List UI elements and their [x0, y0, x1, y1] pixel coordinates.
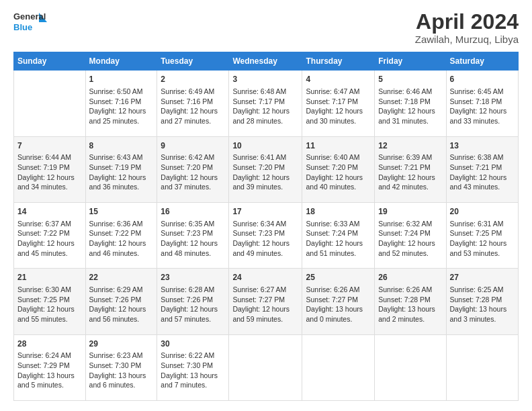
cell-line: Sunset: 7:22 PM	[89, 228, 154, 238]
day-number: 3	[232, 74, 298, 85]
cell-line: Sunset: 7:23 PM	[161, 228, 225, 238]
cell-line: Sunset: 7:26 PM	[161, 295, 225, 305]
cell-line: Daylight: 12 hours	[17, 304, 82, 314]
cell-line: and 40 minutes.	[306, 182, 371, 192]
cell-line: Daylight: 13 hours	[161, 371, 225, 381]
svg-text:General: General	[13, 11, 46, 21]
day-number: 4	[306, 74, 371, 85]
cell-line: Daylight: 13 hours	[450, 304, 515, 314]
table-cell: 8Sunrise: 6:43 AMSunset: 7:19 PMDaylight…	[85, 136, 157, 202]
cell-line: Daylight: 12 hours	[378, 238, 442, 248]
table-cell: 22Sunrise: 6:29 AMSunset: 7:26 PMDayligh…	[85, 269, 157, 334]
table-cell: 12Sunrise: 6:39 AMSunset: 7:21 PMDayligh…	[375, 136, 446, 202]
cell-line: and 31 minutes.	[378, 116, 442, 126]
day-number: 5	[378, 74, 442, 85]
cell-line: Daylight: 12 hours	[232, 238, 298, 248]
cell-line: Daylight: 13 hours	[17, 371, 82, 381]
table-cell	[14, 71, 86, 136]
table-cell	[446, 334, 519, 400]
cell-line: Sunrise: 6:22 AM	[161, 351, 225, 361]
logo-svg: GeneralBlue	[13, 10, 47, 34]
table-cell: 9Sunrise: 6:42 AMSunset: 7:20 PMDaylight…	[157, 136, 229, 202]
cell-line: Daylight: 12 hours	[232, 173, 298, 183]
cell-line: Sunrise: 6:37 AM	[17, 219, 82, 229]
cell-line: Sunset: 7:30 PM	[89, 361, 154, 371]
table-cell: 6Sunrise: 6:45 AMSunset: 7:18 PMDaylight…	[446, 71, 519, 136]
table-cell	[302, 334, 375, 400]
cell-line: Sunrise: 6:50 AM	[89, 87, 154, 97]
cell-line: Sunrise: 6:25 AM	[450, 285, 515, 295]
cell-line: and 57 minutes.	[161, 314, 225, 324]
page: GeneralBlue April 2024 Zawilah, Murzuq, …	[0, 0, 532, 411]
day-number: 2	[161, 74, 225, 85]
cell-line: Sunset: 7:27 PM	[306, 295, 371, 305]
cell-line: Daylight: 12 hours	[161, 304, 225, 314]
cell-line: and 46 minutes.	[89, 248, 154, 259]
subtitle: Zawilah, Murzuq, Libya	[415, 34, 519, 45]
table-row: 1Sunrise: 6:50 AMSunset: 7:16 PMDaylight…	[14, 71, 519, 136]
table-cell: 19Sunrise: 6:32 AMSunset: 7:24 PMDayligh…	[375, 202, 446, 268]
table-cell	[375, 334, 446, 400]
cell-line: and 48 minutes.	[161, 248, 225, 259]
day-number: 15	[89, 206, 154, 218]
cell-line: Sunset: 7:17 PM	[306, 97, 371, 107]
table-cell: 10Sunrise: 6:41 AMSunset: 7:20 PMDayligh…	[229, 136, 302, 202]
cell-line: and 55 minutes.	[17, 314, 82, 324]
table-cell: 29Sunrise: 6:23 AMSunset: 7:30 PMDayligh…	[85, 334, 157, 400]
table-header: SundayMondayTuesdayWednesdayThursdayFrid…	[14, 52, 519, 71]
cell-line: Sunrise: 6:47 AM	[306, 87, 371, 97]
cell-line: and 51 minutes.	[306, 248, 371, 259]
table-cell: 14Sunrise: 6:37 AMSunset: 7:22 PMDayligh…	[14, 202, 86, 268]
day-number: 23	[161, 272, 225, 283]
cell-line: Sunrise: 6:24 AM	[17, 351, 82, 361]
day-number: 14	[17, 206, 82, 218]
day-number: 24	[232, 272, 298, 283]
day-number: 29	[89, 338, 154, 350]
cell-line: and 34 minutes.	[17, 182, 82, 192]
table-row: 28Sunrise: 6:24 AMSunset: 7:29 PMDayligh…	[14, 334, 519, 400]
day-number: 18	[306, 206, 371, 218]
cell-line: and 37 minutes.	[161, 182, 225, 192]
day-number: 6	[450, 74, 515, 85]
day-number: 12	[378, 140, 442, 152]
table-cell: 28Sunrise: 6:24 AMSunset: 7:29 PMDayligh…	[14, 334, 86, 400]
cell-line: Sunset: 7:18 PM	[450, 97, 515, 107]
cell-line: Sunrise: 6:38 AM	[450, 152, 515, 163]
cell-line: Daylight: 12 hours	[450, 173, 515, 183]
cell-line: Sunset: 7:17 PM	[232, 97, 298, 107]
day-number: 16	[161, 206, 225, 218]
day-number: 9	[161, 140, 225, 152]
cell-line: Daylight: 12 hours	[232, 106, 298, 116]
cell-line: and 33 minutes.	[450, 116, 515, 126]
cell-line: Daylight: 13 hours	[89, 371, 154, 381]
table-cell: 18Sunrise: 6:33 AMSunset: 7:24 PMDayligh…	[302, 202, 375, 268]
header-cell: Tuesday	[157, 52, 229, 71]
day-number: 27	[450, 272, 515, 283]
cell-line: Sunset: 7:18 PM	[378, 97, 442, 107]
table-cell: 4Sunrise: 6:47 AMSunset: 7:17 PMDaylight…	[302, 71, 375, 136]
table-cell: 13Sunrise: 6:38 AMSunset: 7:21 PMDayligh…	[446, 136, 519, 202]
cell-line: Sunset: 7:26 PM	[89, 295, 154, 305]
cell-line: Daylight: 12 hours	[161, 238, 225, 248]
table-cell: 5Sunrise: 6:46 AMSunset: 7:18 PMDaylight…	[375, 71, 446, 136]
day-number: 8	[89, 140, 154, 152]
cell-line: Daylight: 12 hours	[89, 238, 154, 248]
cell-line: Daylight: 12 hours	[378, 173, 442, 183]
cell-line: Sunrise: 6:31 AM	[450, 219, 515, 229]
table-row: 21Sunrise: 6:30 AMSunset: 7:25 PMDayligh…	[14, 269, 519, 334]
cell-line: Sunrise: 6:43 AM	[89, 152, 154, 163]
cell-line: and 59 minutes.	[232, 314, 298, 324]
cell-line: Daylight: 12 hours	[306, 173, 371, 183]
cell-line: Sunrise: 6:27 AM	[232, 285, 298, 295]
table-cell	[229, 334, 302, 400]
header-cell: Sunday	[14, 52, 86, 71]
cell-line: Daylight: 12 hours	[89, 304, 154, 314]
cell-line: Sunset: 7:28 PM	[378, 295, 442, 305]
cell-line: and 39 minutes.	[232, 182, 298, 192]
cell-line: Sunset: 7:27 PM	[232, 295, 298, 305]
day-number: 19	[378, 206, 442, 218]
cell-line: and 6 minutes.	[89, 380, 154, 390]
table-cell: 2Sunrise: 6:49 AMSunset: 7:16 PMDaylight…	[157, 71, 229, 136]
cell-line: Sunset: 7:22 PM	[17, 228, 82, 238]
day-number: 25	[306, 272, 371, 283]
